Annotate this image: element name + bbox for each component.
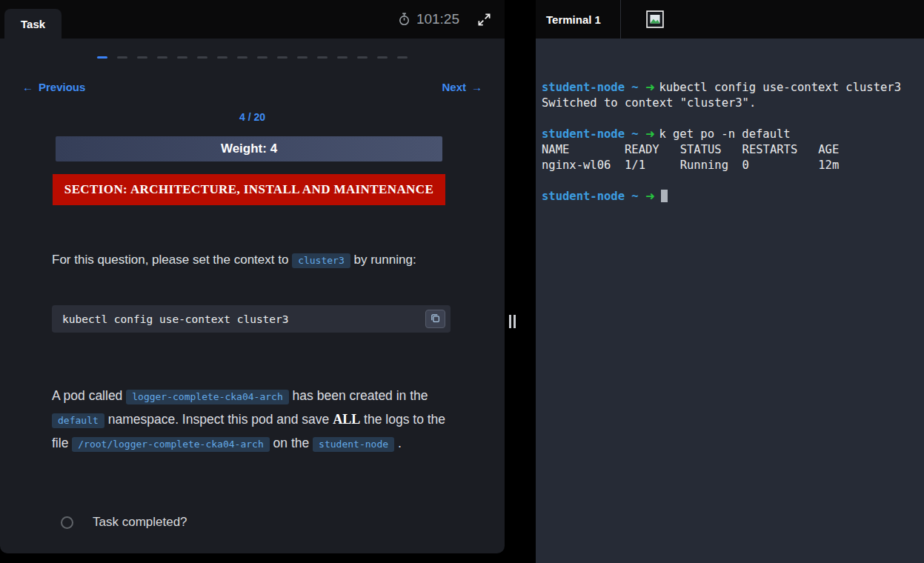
pod-name-chip: logger-complete-cka04-arch — [126, 390, 289, 404]
progress-dash[interactable] — [217, 56, 227, 59]
description-part6: . — [398, 436, 402, 450]
terminal-line: nginx-wl06 1/1 Running 0 12m — [542, 158, 912, 173]
previous-arrow-icon: ← — [22, 81, 33, 93]
tab-task[interactable]: Task — [4, 9, 62, 39]
intro-text-before: For this question, please set the contex… — [52, 253, 288, 267]
terminal-panel: Terminal 1 student-node ~ ➜ kubectl conf… — [536, 0, 924, 563]
namespace-chip: default — [52, 413, 104, 428]
terminal-line — [542, 173, 912, 189]
terminal-command: k get po -n default — [659, 127, 790, 141]
task-content: ← Previous Next → 4 / 20 Weight: 4 SECTI… — [0, 39, 505, 553]
description-part2: has been created in the — [293, 388, 428, 403]
task-panel-header: Task 101:25 — [0, 0, 505, 39]
question-nav: ← Previous Next → — [0, 81, 505, 93]
progress-dash[interactable] — [377, 56, 388, 59]
progress-dash[interactable] — [397, 56, 408, 59]
next-arrow-icon: → — [471, 81, 482, 93]
tab-task-label: Task — [21, 18, 45, 30]
description-part5: on the — [273, 436, 310, 450]
timer-value: 101:25 — [416, 11, 459, 27]
screenshot-icon — [646, 10, 664, 28]
task-completed-row: Task completed? — [61, 515, 505, 530]
terminal-line: student-node ~ ➜ k get po -n default — [542, 127, 912, 142]
progress-dash[interactable] — [317, 56, 328, 59]
progress-dash[interactable] — [337, 56, 348, 59]
panel-resize-handle[interactable] — [509, 315, 516, 328]
prompt-arrow-icon: ➜ — [645, 190, 659, 203]
section-title: SECTION: ARCHITECTURE, INSTALL AND MAINT… — [64, 182, 433, 197]
screenshot-button[interactable] — [646, 10, 664, 28]
expand-icon — [477, 13, 491, 27]
command-block: kubectl config use-context cluster3 — [52, 305, 451, 333]
progress-dots — [0, 39, 505, 59]
terminal-output[interactable]: student-node ~ ➜ kubectl config use-cont… — [536, 39, 924, 563]
task-completed-label: Task completed? — [93, 515, 187, 530]
terminal-prompt: student-node ~ — [542, 127, 645, 141]
progress-dash[interactable] — [297, 56, 308, 59]
next-button[interactable]: Next → — [442, 81, 482, 93]
section-banner: SECTION: ARCHITECTURE, INSTALL AND MAINT… — [53, 174, 445, 205]
progress-dash[interactable] — [277, 56, 287, 59]
context-instruction: For this question, please set the contex… — [52, 250, 453, 271]
timer-icon — [398, 13, 411, 26]
tab-terminal-label: Terminal 1 — [546, 13, 601, 26]
progress-dash[interactable] — [117, 56, 127, 59]
next-label: Next — [442, 81, 466, 93]
weight-banner: Weight: 4 — [56, 136, 442, 161]
progress-dash[interactable] — [257, 56, 267, 59]
terminal-line — [542, 111, 912, 127]
terminal-header: Terminal 1 — [536, 0, 924, 39]
tab-terminal-1[interactable]: Terminal 1 — [536, 0, 621, 39]
progress-dash[interactable] — [237, 56, 247, 59]
expand-button[interactable] — [476, 11, 493, 28]
terminal-command: kubectl config use-context cluster3 — [659, 81, 901, 94]
exam-timer: 101:25 — [398, 11, 459, 27]
terminal-cursor — [661, 190, 668, 202]
terminal-prompt: student-node ~ — [542, 190, 645, 203]
previous-button[interactable]: ← Previous — [22, 81, 85, 93]
intro-text-after: by running: — [354, 253, 416, 267]
copy-icon — [430, 313, 441, 326]
progress-dash[interactable] — [177, 56, 187, 59]
terminal-line: Switched to context "cluster3". — [542, 96, 912, 111]
prompt-arrow-icon: ➜ — [645, 81, 659, 94]
terminal-line: NAME READY STATUS RESTARTS AGE — [542, 142, 912, 158]
context-chip: cluster3 — [292, 253, 350, 268]
description-part3: namespace. Inspect this pod and save — [108, 412, 330, 427]
prompt-arrow-icon: ➜ — [645, 127, 659, 141]
description-part1: A pod called — [52, 388, 122, 403]
previous-label: Previous — [39, 81, 85, 93]
task-completed-radio[interactable] — [61, 516, 73, 529]
progress-dash[interactable] — [157, 56, 167, 59]
copy-button[interactable] — [425, 310, 445, 328]
terminal-line: student-node ~ ➜ kubectl config use-cont… — [542, 80, 912, 96]
command-text: kubectl config use-context cluster3 — [62, 313, 289, 325]
progress-dash[interactable] — [357, 56, 368, 59]
question-counter: 4 / 20 — [0, 111, 505, 123]
progress-dash[interactable] — [97, 56, 107, 59]
weight-label: Weight: 4 — [221, 141, 277, 156]
node-chip: student-node — [313, 437, 394, 452]
progress-dash[interactable] — [197, 56, 207, 59]
description-emphasis: ALL — [333, 412, 360, 427]
task-description: A pod called logger-complete-cka04-arch … — [52, 384, 456, 456]
progress-dash[interactable] — [137, 56, 147, 59]
terminal-line: student-node ~ ➜ — [542, 189, 912, 204]
terminal-prompt: student-node ~ — [542, 81, 645, 94]
task-panel: Task 101:25 — [0, 0, 505, 563]
file-path-chip: /root/logger-complete-cka04-arch — [72, 437, 269, 452]
